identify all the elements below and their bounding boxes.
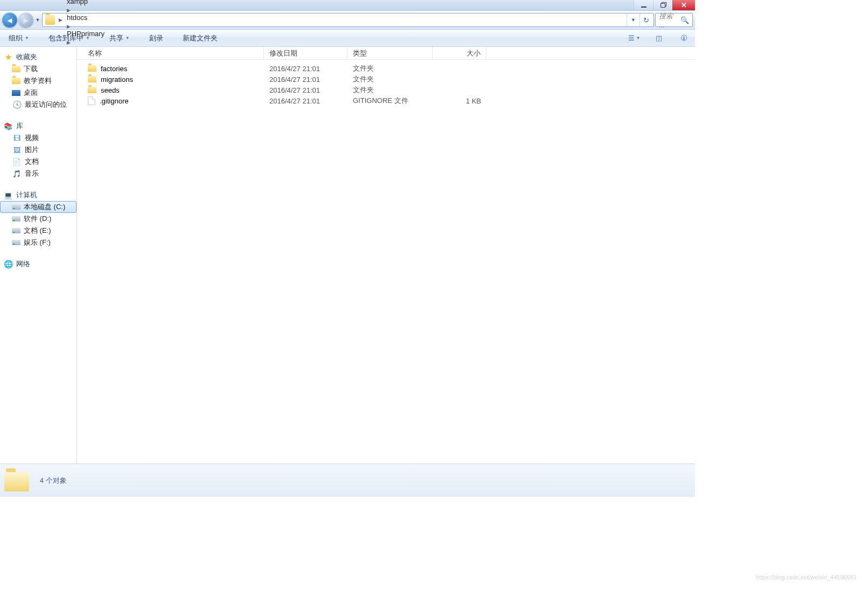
file-row[interactable]: factories2016/4/27 21:01文件夹 (77, 63, 695, 74)
status-text: 4 个对象 (40, 476, 67, 486)
sidebar-item-music[interactable]: 🎵音乐 (0, 168, 77, 179)
navigation-bar: ◄ ► ▼ ▶ 计算机▶本地磁盘 (C:)▶xampp▶htdocs▶PHPpr… (0, 11, 695, 30)
sidebar-item-disk-e[interactable]: 文档 (E:) (0, 225, 77, 237)
sidebar-network-header[interactable]: 🌐网络 (0, 258, 77, 270)
nav-back-button[interactable]: ◄ (2, 12, 17, 27)
column-header-size[interactable]: 大小 (433, 47, 486, 59)
recent-icon: 🕓 (12, 100, 22, 109)
library-icon: 📚 (3, 122, 13, 130)
sidebar-item-disk-c[interactable]: 本地磁盘 (C:) (0, 201, 77, 213)
picture-icon: 🖼 (12, 146, 22, 154)
navigation-pane: ★收藏夹 下载 教学资料 桌面 🕓最近访问的位 📚库 🎞视频 🖼图片 📄文档 🎵… (0, 47, 77, 463)
disk-icon (12, 216, 20, 222)
chevron-right-icon[interactable]: ▶ (65, 24, 73, 29)
preview-pane-button[interactable]: ◫ (653, 32, 665, 44)
file-size: 1 KB (433, 97, 486, 105)
search-icon: 🔍 (680, 16, 689, 24)
breadcrumb-item[interactable]: htdocs (65, 13, 110, 22)
sidebar-item-recent[interactable]: 🕓最近访问的位 (0, 99, 77, 110)
window-close-button[interactable]: ✕ (672, 0, 695, 10)
folder-icon (88, 76, 96, 82)
file-name: .gitignore (100, 97, 128, 105)
file-date: 2016/4/27 21:01 (264, 97, 347, 105)
disk-icon (12, 228, 20, 233)
sidebar-item-videos[interactable]: 🎞视频 (0, 132, 77, 144)
file-date: 2016/4/27 21:01 (264, 65, 347, 73)
disk-icon (12, 240, 20, 245)
window-minimize-button[interactable] (634, 0, 653, 10)
search-input[interactable]: 搜索 ... 🔍 (655, 13, 693, 27)
include-in-library-menu[interactable]: 包含到库中▼ (45, 31, 93, 45)
help-button[interactable]: 🛈 (678, 32, 690, 44)
breadcrumb-item[interactable]: xampp (65, 0, 110, 5)
file-name: seeds (101, 86, 120, 94)
folder-icon (12, 66, 20, 72)
column-header-name[interactable]: 名称 (77, 47, 264, 59)
sidebar-favorites-header[interactable]: ★收藏夹 (0, 51, 77, 63)
view-options-button[interactable]: ☰ ▼ (628, 32, 640, 44)
file-date: 2016/4/27 21:01 (264, 86, 347, 94)
file-row[interactable]: .gitignore2016/4/27 21:01GITIGNORE 文件1 K… (77, 95, 695, 106)
chevron-right-icon[interactable]: ▶ (57, 17, 65, 23)
organize-menu[interactable]: 组织▼ (5, 31, 32, 45)
sidebar-item-disk-d[interactable]: 软件 (D:) (0, 213, 77, 225)
file-icon (88, 96, 95, 105)
file-list: factories2016/4/27 21:01文件夹migrations201… (77, 60, 695, 463)
folder-icon (88, 87, 96, 93)
file-type: 文件夹 (347, 74, 433, 84)
file-type: 文件夹 (347, 85, 433, 95)
main-area: ★收藏夹 下载 教学资料 桌面 🕓最近访问的位 📚库 🎞视频 🖼图片 📄文档 🎵… (0, 47, 695, 463)
music-icon: 🎵 (12, 169, 22, 178)
address-dropdown-button[interactable]: ▼ (627, 13, 639, 26)
network-icon: 🌐 (3, 260, 13, 268)
folder-icon (88, 65, 96, 72)
folder-icon (12, 78, 20, 84)
file-type: GITIGNORE 文件 (347, 96, 433, 106)
search-placeholder: 搜索 ... (659, 11, 680, 29)
burn-button[interactable]: 刻录 (146, 31, 166, 45)
chevron-right-icon[interactable]: ▶ (65, 8, 73, 13)
sidebar-computer-header[interactable]: 💻计算机 (0, 189, 77, 201)
sidebar-item-documents[interactable]: 📄文档 (0, 156, 77, 168)
status-folder-icon (4, 468, 30, 494)
status-bar: 4 个对象 (0, 463, 695, 497)
star-icon: ★ (3, 53, 13, 61)
document-icon: 📄 (12, 157, 22, 166)
share-menu[interactable]: 共享▼ (106, 31, 133, 45)
nav-forward-button[interactable]: ► (18, 12, 33, 27)
file-name: factories (101, 65, 127, 73)
column-header-type[interactable]: 类型 (347, 47, 433, 59)
file-row[interactable]: migrations2016/4/27 21:01文件夹 (77, 74, 695, 85)
sidebar-item-downloads[interactable]: 下载 (0, 63, 77, 75)
sidebar-item-desktop[interactable]: 桌面 (0, 87, 77, 99)
desktop-icon (12, 90, 20, 96)
sidebar-item-disk-f[interactable]: 娱乐 (F:) (0, 237, 77, 248)
disk-icon (12, 204, 20, 210)
file-name: migrations (101, 75, 133, 84)
folder-icon (45, 15, 55, 25)
column-headers: 名称 修改日期 类型 大小 (77, 47, 695, 60)
sidebar-libraries-header[interactable]: 📚库 (0, 120, 77, 132)
nav-history-dropdown[interactable]: ▼ (34, 17, 41, 23)
sidebar-item-pictures[interactable]: 🖼图片 (0, 144, 77, 156)
video-icon: 🎞 (12, 134, 22, 142)
new-folder-button[interactable]: 新建文件夹 (179, 31, 221, 45)
computer-icon: 💻 (3, 191, 13, 199)
file-type: 文件夹 (347, 64, 433, 73)
file-list-pane: 名称 修改日期 类型 大小 factories2016/4/27 21:01文件… (77, 47, 695, 463)
file-row[interactable]: seeds2016/4/27 21:01文件夹 (77, 85, 695, 95)
window-maximize-button[interactable] (653, 0, 672, 10)
column-header-date[interactable]: 修改日期 (264, 47, 347, 59)
file-date: 2016/4/27 21:01 (264, 75, 347, 84)
sidebar-item-teaching[interactable]: 教学资料 (0, 75, 77, 87)
refresh-button[interactable]: ↻ (639, 13, 652, 26)
address-bar[interactable]: ▶ 计算机▶本地磁盘 (C:)▶xampp▶htdocs▶PHPprimary▶… (42, 13, 654, 27)
